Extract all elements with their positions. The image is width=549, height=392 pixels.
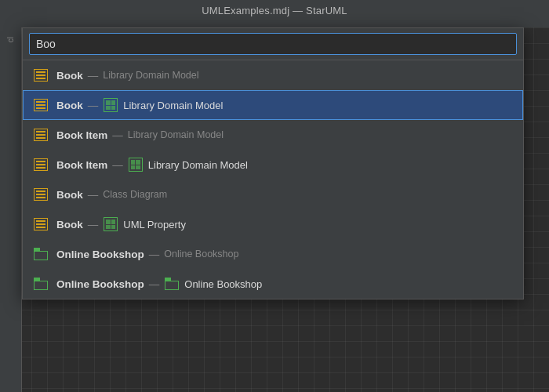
item-name: Book — [56, 189, 83, 201]
item-separator: — — [88, 189, 99, 201]
item-name: Online Bookshop — [56, 278, 144, 290]
list-item[interactable]: Book—UML Property — [23, 209, 523, 239]
list-item[interactable]: Book Item—Library Domain Model — [23, 150, 523, 180]
item-separator: — — [149, 249, 160, 260]
diagram-icon — [104, 217, 118, 231]
class-icon — [34, 188, 48, 201]
list-item[interactable]: Book—Library Domain Model — [23, 90, 523, 120]
item-context: UML Property — [123, 219, 186, 230]
package-icon — [34, 248, 48, 260]
left-panel: cl — [0, 27, 22, 392]
class-icon — [34, 218, 48, 230]
item-separator: — — [149, 278, 160, 290]
search-input[interactable] — [29, 33, 517, 55]
list-item[interactable]: Book Item—Library Domain Model — [23, 120, 523, 150]
item-name: Book — [56, 219, 83, 230]
item-separator: — — [112, 159, 123, 171]
package-icon — [34, 278, 48, 290]
class-icon — [34, 158, 48, 171]
item-context: Online Bookshop — [184, 278, 262, 290]
item-separator: — — [88, 100, 99, 111]
item-context: Online Bookshop — [164, 249, 238, 260]
class-icon — [34, 99, 48, 111]
list-item[interactable]: Online Bookshop—Online Bookshop — [23, 239, 523, 269]
title-bar: UMLExamples.mdj — StarUML — [0, 0, 549, 21]
item-separator: — — [112, 129, 123, 141]
item-separator: — — [88, 70, 99, 82]
item-separator: — — [88, 219, 99, 230]
item-context: Library Domain Model — [148, 159, 248, 171]
package-icon — [165, 278, 179, 290]
item-context: Class Diagram — [103, 189, 167, 200]
title-text: UMLExamples.mdj — StarUML — [202, 5, 347, 16]
search-wrapper — [23, 28, 523, 60]
left-panel-label: cl — [6, 37, 15, 42]
item-name: Book — [56, 100, 83, 111]
class-icon — [34, 129, 48, 141]
diagram-icon — [104, 98, 118, 112]
list-item[interactable]: Book—Library Domain Model — [23, 60, 523, 90]
item-name: Book Item — [56, 129, 107, 141]
diagram-icon — [129, 158, 143, 172]
search-dropdown: Book—Library Domain ModelBook—Library Do… — [22, 27, 524, 299]
item-context: Library Domain Model — [128, 129, 224, 140]
item-name: Book — [56, 70, 83, 82]
item-name: Online Bookshop — [56, 249, 144, 260]
list-item[interactable]: Book—Class Diagram — [23, 180, 523, 209]
results-list: Book—Library Domain ModelBook—Library Do… — [23, 60, 523, 299]
item-name: Book Item — [56, 159, 107, 171]
list-item[interactable]: Online Bookshop—Online Bookshop — [23, 269, 523, 299]
item-context: Library Domain Model — [123, 100, 223, 111]
class-icon — [34, 69, 48, 82]
item-context: Library Domain Model — [103, 70, 198, 81]
